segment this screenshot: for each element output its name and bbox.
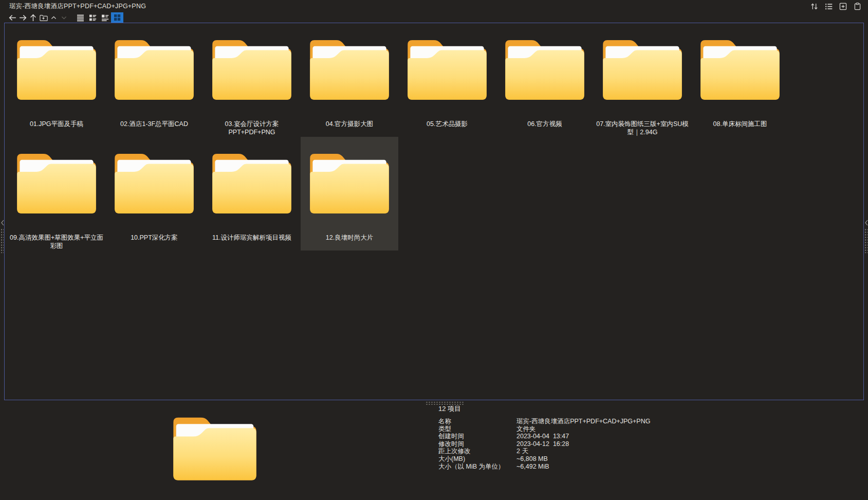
folder-label: 07.室内装饰图纸三版+室内SU模型｜2.94G	[594, 120, 691, 137]
right-panel-expand-icon	[864, 219, 868, 226]
details-list-icon	[824, 2, 833, 11]
folder-icon	[210, 34, 294, 102]
grid-view-button[interactable]	[111, 12, 123, 23]
tiles-view-button[interactable]	[86, 12, 99, 23]
property-value: 2023-04-12 16:28	[516, 440, 569, 448]
folder-item[interactable]: 12.良壤时尚大片	[301, 137, 398, 251]
right-panel-splitter[interactable]	[864, 219, 868, 256]
folder-label: 09.高清效果图+草图效果+平立面彩图	[8, 234, 105, 251]
folder-item[interactable]: 04.官方摄影大图	[301, 23, 398, 137]
folder-icon	[307, 34, 392, 102]
file-browser-pane: 01.JPG平面及手稿02.酒店1-3F总平面CAD03.宴会厅设计方案PPT+…	[4, 23, 864, 400]
folder-label: 12.良壤时尚大片	[301, 234, 398, 242]
folder-label: 03.宴会厅设计方案PPT+PDF+PNG	[204, 120, 300, 137]
up-icon	[29, 13, 38, 22]
property-list: 名称琚宾-西塘良壤酒店PPT+PDF+CAD+JPG+PNG类型文件夹创建时间2…	[438, 418, 650, 470]
folder-label: 02.酒店1-3F总平面CAD	[106, 120, 202, 128]
property-label: 大小(MB)	[438, 455, 516, 463]
left-panel-expand-icon	[1, 219, 5, 226]
collapse-up-button[interactable]	[48, 12, 59, 23]
folder-label: 04.官方摄影大图	[301, 120, 398, 128]
property-row: 类型文件夹	[438, 425, 650, 433]
folder-label: 08.单床标间施工图	[692, 120, 788, 128]
list-view-button[interactable]	[74, 12, 86, 23]
folder-icon	[698, 34, 782, 102]
folder-icon	[405, 34, 489, 102]
forward-icon	[19, 13, 27, 22]
property-value: ~6,808 MB	[516, 455, 548, 463]
folder-item[interactable]: 01.JPG平面及手稿	[8, 23, 105, 137]
back-icon	[8, 13, 17, 22]
collapse-down-icon	[60, 14, 68, 22]
left-panel-splitter[interactable]	[0, 219, 4, 256]
window-title: 琚宾-西塘良壤酒店PPT+PDF+CAD+JPG+PNG	[9, 2, 146, 11]
add-button[interactable]	[837, 1, 848, 11]
property-value: 琚宾-西塘良壤酒店PPT+PDF+CAD+JPG+PNG	[516, 418, 650, 425]
folder-item[interactable]: 03.宴会厅设计方案PPT+PDF+PNG	[203, 23, 301, 137]
folder-label: 11.设计师琚宾解析项目视频	[204, 234, 300, 242]
folder-item[interactable]: 06.官方视频	[496, 23, 594, 137]
property-row: 修改时间2023-04-12 16:28	[438, 440, 650, 448]
folder-item[interactable]: 08.单床标间施工图	[691, 23, 789, 137]
toolbar	[0, 12, 868, 23]
paste-button[interactable]	[852, 1, 863, 11]
property-value: ~6,492 MiB	[516, 463, 549, 471]
folder-icon	[14, 34, 99, 102]
sort-icon	[810, 2, 819, 11]
folder-item[interactable]: 10.PPT深化方案	[105, 137, 203, 251]
folder-label: 10.PPT深化方案	[106, 234, 202, 242]
collapse-up-icon	[50, 14, 58, 22]
collapse-down-button[interactable]	[59, 12, 69, 23]
property-value: 2023-04-04 13:47	[516, 433, 569, 440]
details-list-button[interactable]	[823, 1, 834, 11]
folder-label: 01.JPG平面及手稿	[8, 120, 105, 128]
property-row: 名称琚宾-西塘良壤酒店PPT+PDF+CAD+JPG+PNG	[438, 418, 650, 425]
folder-icon	[307, 148, 392, 216]
back-button[interactable]	[7, 12, 17, 23]
property-row: 距上次修改2 天	[438, 448, 650, 455]
sort-button[interactable]	[808, 1, 820, 11]
folder-icon	[14, 148, 99, 216]
property-value: 文件夹	[516, 425, 536, 433]
folder-item[interactable]: 05.艺术品摄影	[398, 23, 496, 137]
items-count: 12 项目	[438, 404, 461, 414]
content-view-icon	[101, 13, 109, 22]
forward-button[interactable]	[17, 12, 28, 23]
up-button[interactable]	[28, 12, 38, 23]
folder-item[interactable]: 02.酒店1-3F总平面CAD	[105, 23, 203, 137]
list-view-icon	[76, 13, 85, 22]
property-row: 大小（以 MiB 为单位）~6,492 MiB	[438, 463, 650, 471]
folder-icon	[503, 34, 587, 102]
folder-up-button[interactable]	[38, 12, 48, 23]
add-icon	[839, 2, 847, 11]
left-splitter-grip-dots	[1, 228, 4, 253]
folder-icon	[600, 34, 685, 102]
property-label: 距上次修改	[438, 448, 516, 455]
property-row: 大小(MB)~6,808 MB	[438, 455, 650, 463]
folder-preview-icon	[171, 411, 259, 483]
details-panel: 12 项目 名称琚宾-西塘良壤酒店PPT+PDF+CAD+JPG+PNG类型文件…	[0, 401, 868, 500]
property-label: 修改时间	[438, 440, 516, 448]
right-splitter-grip-dots	[864, 228, 867, 253]
property-label: 名称	[438, 418, 516, 425]
folder-item[interactable]: 11.设计师琚宾解析项目视频	[203, 137, 301, 251]
property-label: 创建时间	[438, 433, 516, 440]
paste-icon	[853, 2, 862, 11]
folder-item[interactable]: 09.高清效果图+草图效果+平立面彩图	[8, 137, 105, 251]
folder-icon	[112, 34, 196, 102]
grid-view-icon	[113, 13, 121, 22]
folder-label: 06.官方视频	[496, 120, 593, 128]
folder-grid: 01.JPG平面及手稿02.酒店1-3F总平面CAD03.宴会厅设计方案PPT+…	[5, 23, 863, 251]
property-row: 创建时间2023-04-04 13:47	[438, 433, 650, 440]
tiles-view-icon	[88, 13, 97, 22]
view-mode-group	[74, 12, 123, 23]
content-view-button[interactable]	[99, 12, 111, 23]
folder-item[interactable]: 07.室内装饰图纸三版+室内SU模型｜2.94G	[594, 23, 691, 137]
folder-icon	[210, 148, 294, 216]
property-value: 2 天	[516, 448, 528, 455]
titlebar: 琚宾-西塘良壤酒店PPT+PDF+CAD+JPG+PNG	[0, 0, 868, 12]
folder-label: 05.艺术品摄影	[399, 120, 495, 128]
property-label: 大小（以 MiB 为单位）	[438, 463, 516, 471]
folder-icon	[112, 148, 196, 216]
folder-up-icon	[39, 13, 48, 22]
